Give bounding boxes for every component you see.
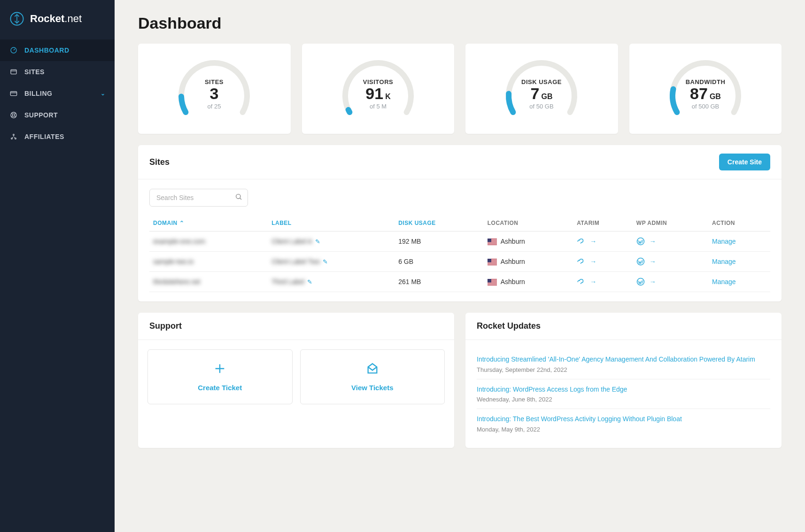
update-link[interactable]: Introducing: WordPress Access Logs from … xyxy=(477,385,770,394)
disk-cell: 192 MB xyxy=(395,231,484,252)
gauge-disk-usage: DISK USAGE 7GB of 50 GB xyxy=(465,44,618,134)
update-item: Introducing: WordPress Access Logs from … xyxy=(477,379,770,409)
create-ticket-tile[interactable]: Create Ticket xyxy=(147,349,293,404)
manage-link[interactable]: Manage xyxy=(712,258,736,265)
svg-rect-37 xyxy=(488,264,497,265)
main-content: Dashboard SITES 3 of 25 VISITORS 91K of … xyxy=(115,0,805,532)
gauge-visitors: VISITORS 91K of 5 M xyxy=(302,44,455,134)
label-cell: Client Label A xyxy=(271,238,312,245)
gauge-bandwidth: BANDWIDTH 87GB of 500 GB xyxy=(629,44,782,134)
col-action: ACTION xyxy=(708,215,770,231)
update-link[interactable]: Introducing Streamlined 'All-In-One' Age… xyxy=(477,355,770,364)
window-icon xyxy=(9,68,18,76)
svg-point-8 xyxy=(13,134,15,136)
page-title: Dashboard xyxy=(138,14,782,32)
nav-support[interactable]: SUPPORT xyxy=(0,104,115,126)
brand-name: Rocket.net xyxy=(30,13,82,25)
manage-link[interactable]: Manage xyxy=(712,238,736,245)
edit-icon[interactable]: ✎ xyxy=(323,258,328,265)
update-date: Thursday, September 22nd, 2022 xyxy=(477,366,770,373)
manage-link[interactable]: Manage xyxy=(712,278,736,285)
support-panel: Support Create Ticket View Tickets xyxy=(138,313,454,448)
view-tickets-label: View Tickets xyxy=(351,384,394,392)
search-sites-input[interactable] xyxy=(149,189,248,207)
view-tickets-tile[interactable]: View Tickets xyxy=(300,349,445,404)
svg-rect-45 xyxy=(488,284,497,284)
search-icon xyxy=(235,193,242,202)
svg-rect-47 xyxy=(488,279,491,283)
svg-text:7GB: 7GB xyxy=(531,85,553,102)
credit-card-icon xyxy=(9,89,18,98)
edit-icon[interactable]: ✎ xyxy=(315,238,320,245)
svg-rect-28 xyxy=(488,244,497,245)
atarim-links[interactable]: → xyxy=(577,237,629,246)
svg-rect-46 xyxy=(488,285,497,285)
support-heading: Support xyxy=(149,321,182,331)
wpadmin-links[interactable]: → xyxy=(636,278,704,286)
nav-billing[interactable]: BILLING ⌄ xyxy=(0,83,115,104)
svg-text:87GB: 87GB xyxy=(690,85,721,102)
domain-cell[interactable]: sample-two.io xyxy=(153,258,194,265)
nav-label: BILLING xyxy=(24,90,53,97)
edit-icon[interactable]: ✎ xyxy=(307,278,312,285)
label-cell: Third Label xyxy=(271,278,304,285)
col-label[interactable]: LABEL xyxy=(268,215,395,231)
svg-text:of 50 GB: of 50 GB xyxy=(530,103,554,110)
lifebuoy-icon xyxy=(9,111,18,119)
atarim-links[interactable]: → xyxy=(577,278,629,286)
svg-text:3: 3 xyxy=(210,85,219,102)
brand-logo[interactable]: Rocket.net xyxy=(0,0,115,38)
label-cell: Client Label Two xyxy=(271,258,320,265)
sites-table: DOMAIN ⌃ LABEL DISK USAGE LOCATION ATARI… xyxy=(149,215,770,292)
disk-cell: 261 MB xyxy=(395,272,484,292)
update-date: Wednesday, June 8th, 2022 xyxy=(477,396,770,403)
location-cell: Ashburn xyxy=(484,231,573,252)
create-site-button[interactable]: Create Site xyxy=(719,154,770,170)
network-icon xyxy=(9,132,18,141)
create-ticket-label: Create Ticket xyxy=(198,384,242,392)
rocket-logo-icon xyxy=(9,11,24,26)
wpadmin-links[interactable]: → xyxy=(636,257,704,266)
svg-text:of 5 M: of 5 M xyxy=(370,103,387,110)
sites-heading: Sites xyxy=(149,157,170,167)
table-row: example-one.com Client Label A✎ 192 MB A… xyxy=(149,231,770,252)
svg-rect-44 xyxy=(488,283,497,283)
domain-cell[interactable]: example-one.com xyxy=(153,238,205,245)
location-cell: Ashburn xyxy=(484,252,573,272)
sites-panel: Sites Create Site DOMAIN ⌃ LABEL DISK US… xyxy=(138,145,782,301)
svg-rect-27 xyxy=(488,243,497,244)
wpadmin-links[interactable]: → xyxy=(636,237,704,246)
envelope-open-icon xyxy=(366,362,379,377)
chevron-down-icon: ⌄ xyxy=(101,90,106,97)
col-wpadmin: WP ADMIN xyxy=(633,215,708,231)
svg-text:91K: 91K xyxy=(365,85,391,102)
sort-asc-icon: ⌃ xyxy=(179,220,185,226)
nav-affiliates[interactable]: AFFILIATES xyxy=(0,126,115,147)
table-row: thirdsitehere.net Third Label✎ 261 MB As… xyxy=(149,272,770,292)
svg-point-21 xyxy=(236,194,240,199)
updates-heading: Rocket Updates xyxy=(477,321,541,331)
update-item: Introducing Streamlined 'All-In-One' Age… xyxy=(477,349,770,379)
svg-rect-3 xyxy=(10,92,16,96)
search-wrapper xyxy=(149,189,248,207)
disk-cell: 6 GB xyxy=(395,252,484,272)
col-atarim: ATARIM xyxy=(573,215,633,231)
nav-dashboard[interactable]: DASHBOARD xyxy=(0,39,115,61)
nav-sites[interactable]: SITES xyxy=(0,61,115,83)
col-domain[interactable]: DOMAIN ⌃ xyxy=(149,215,268,231)
gauge-row: SITES 3 of 25 VISITORS 91K of 5 M DISK U… xyxy=(138,44,782,134)
plus-icon xyxy=(213,362,226,377)
col-disk[interactable]: DISK USAGE xyxy=(395,215,484,231)
gauge-icon xyxy=(9,46,18,54)
svg-text:of 500 GB: of 500 GB xyxy=(691,103,719,110)
domain-cell[interactable]: thirdsitehere.net xyxy=(153,278,200,285)
svg-rect-38 xyxy=(488,259,491,262)
atarim-links[interactable]: → xyxy=(577,257,629,266)
svg-rect-35 xyxy=(488,262,497,263)
svg-rect-2 xyxy=(11,69,16,74)
update-link[interactable]: Introducing: The Best WordPress Activity… xyxy=(477,415,770,424)
nav-label: SITES xyxy=(24,68,45,76)
svg-rect-36 xyxy=(488,263,497,264)
update-date: Monday, May 9th, 2022 xyxy=(477,426,770,433)
table-row: sample-two.io Client Label Two✎ 6 GB Ash… xyxy=(149,252,770,272)
